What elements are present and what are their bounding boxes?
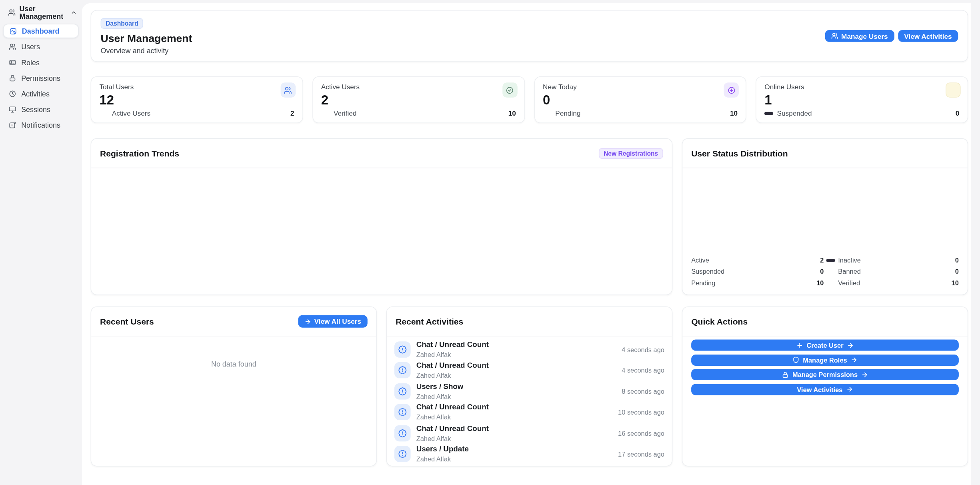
manage-permissions-button[interactable]: Manage Permissions [691,369,959,380]
view-activities-quick-button[interactable]: View Activities [691,384,959,395]
sidebar-item-sessions[interactable]: Sessions [3,102,79,116]
breadcrumb-badge: Dashboard [101,18,144,29]
activity-row[interactable]: Chat / Unread Count Zahed Alfak 4 second… [394,360,664,381]
sidebar-menu: Dashboard Users Roles Permissions [0,24,82,132]
activity-text: Chat / Unread Count Zahed Alfak [416,403,489,421]
sidebar-item-label: Users [21,43,40,51]
activity-row[interactable]: Chat / Unread Count Zahed Alfak 4 second… [394,339,664,360]
legend-item: Active 2 [691,257,824,264]
stats-row: Total Users 12 Active Users 2 Active Use… [91,76,968,123]
page: User Management Dashboard Users [0,0,980,485]
lock-icon [782,371,788,378]
sidebar: User Management Dashboard Users [0,0,82,485]
sidebar-item-label: Dashboard [22,27,60,35]
stat-value: 2 [321,92,516,107]
activity-row[interactable]: Chat / Unread Count Zahed Alfak 10 secon… [394,402,664,423]
card-title: Registration Trends [100,148,179,158]
lock-icon [9,74,16,82]
stat-label: Total Users [99,83,294,91]
legend-item: Verified 10 [826,279,959,287]
activity-text: Chat / Unread Count Zahed Alfak [416,425,489,442]
badge-alert-icon [394,362,411,379]
activity-row[interactable]: Users / Update Zahed Alfak 17 seconds ag… [394,444,664,465]
charts-row: Registration Trends New Registrations Us… [91,138,968,295]
empty-state: No data found [91,337,376,368]
registration-trends-card: Registration Trends New Registrations [91,138,673,295]
stat-value: 1 [764,92,959,107]
sidebar-header[interactable]: User Management [0,3,82,24]
status-distribution-card: User Status Distribution Active 2 Inacti… [682,138,968,295]
activity-text: Users / Show Zahed Alfak [416,383,464,400]
quick-actions-list: Create User Manage Roles [682,337,968,398]
stat-label: New Today [543,83,738,91]
activity-time: 8 seconds ago [622,387,664,395]
sidebar-item-permissions[interactable]: Permissions [3,71,79,85]
stat-card-total-users: Total Users 12 Active Users 2 [91,76,303,123]
status-swatch [764,112,773,115]
sidebar-item-users[interactable]: Users [3,40,79,54]
recent-activities-card: Recent Activities Chat / Unread Count Za… [386,307,673,467]
recent-users-card: Recent Users View All Users No data foun… [91,307,377,467]
activities-list: Chat / Unread Count Zahed Alfak 4 second… [387,337,672,465]
badge-alert-icon [394,446,411,462]
status-distribution-chart-area [682,168,968,256]
status-swatch [99,112,108,115]
chevron-up-icon[interactable] [71,9,77,16]
plus-circle-icon [724,82,739,98]
main-panel: Dashboard User Management Overview and a… [82,3,971,485]
badge-alert-icon [394,341,411,358]
arrow-right-icon [851,357,858,363]
stat-value: 0 [543,92,738,107]
stat-footer: Pending 10 [543,109,738,117]
legend-item: Suspended 0 [691,268,824,275]
arrow-right-icon [304,318,311,325]
sidebar-item-notifications[interactable]: Notifications [3,118,79,132]
sidebar-item-dashboard[interactable]: Dashboard [3,24,79,38]
registration-trends-chart-area [91,168,672,295]
sidebar-item-label: Sessions [21,106,50,113]
dashboard-icon [9,27,17,35]
sidebar-item-label: Activities [21,90,50,98]
card-header: Quick Actions [682,307,968,336]
page-header-card: Dashboard User Management Overview and a… [91,10,968,62]
card-title: Recent Activities [396,317,463,326]
activity-text: Chat / Unread Count Zahed Alfak [416,362,489,379]
legend-item: Pending 10 [691,279,824,287]
card-title: Recent Users [100,317,154,326]
notification-note-icon [9,121,16,129]
activity-row[interactable]: Chat / Unread Count Zahed Alfak 16 secon… [394,423,664,443]
activity-time: 4 seconds ago [622,367,664,374]
sidebar-item-activities[interactable]: Activities [3,87,79,100]
view-activities-button[interactable]: View Activities [898,30,958,42]
stat-value: 12 [99,92,294,107]
quick-actions-card: Quick Actions Create User [682,307,968,467]
activity-time: 4 seconds ago [622,346,664,353]
view-all-users-button[interactable]: View All Users [298,315,368,328]
page-header-text: Dashboard User Management Overview and a… [101,18,192,54]
online-icon [946,82,961,98]
check-circle-icon [502,82,517,98]
stat-card-active-users: Active Users 2 Verified 10 [312,76,525,123]
activity-time: 10 seconds ago [618,409,664,416]
activity-row[interactable]: Users / Show Zahed Alfak 8 seconds ago [394,381,664,402]
sidebar-item-label: Notifications [21,121,60,129]
activity-time: 16 seconds ago [618,429,664,437]
manage-users-button[interactable]: Manage Users [825,30,894,42]
arrow-right-icon [861,371,868,378]
card-title: Quick Actions [691,317,748,326]
status-swatch [321,112,330,115]
stat-card-online-users: Online Users 1 Suspended 0 [756,76,968,123]
card-header: Recent Users View All Users [91,307,376,336]
page-subtitle: Overview and activity [101,46,169,54]
users-icon [280,82,296,98]
arrow-right-icon [847,342,854,349]
card-title: User Status Distribution [691,148,788,158]
create-user-button[interactable]: Create User [691,339,959,351]
shield-icon [792,357,799,363]
manage-roles-button[interactable]: Manage Roles [691,354,959,365]
page-title: User Management [101,32,192,44]
status-swatch [543,112,552,115]
sidebar-item-label: Roles [21,59,40,66]
bottom-row: Recent Users View All Users No data foun… [91,307,968,467]
sidebar-item-roles[interactable]: Roles [3,56,79,69]
